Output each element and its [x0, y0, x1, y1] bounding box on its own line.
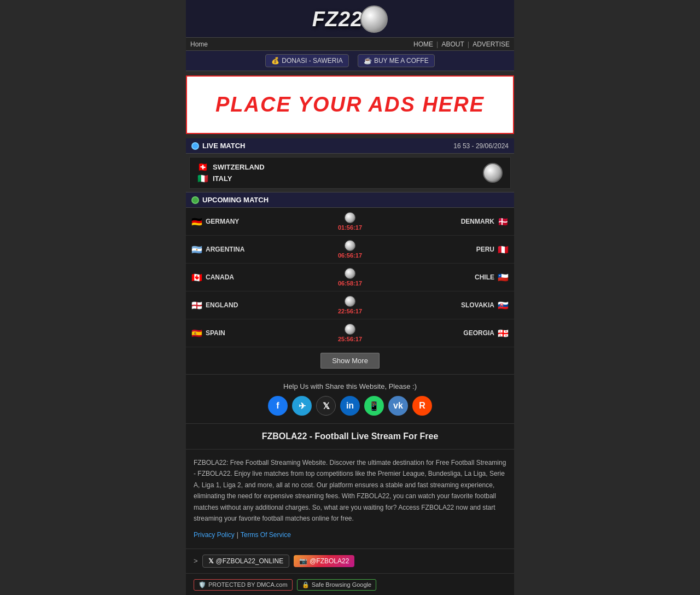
donasi-label: DONASI - SAWERIA: [282, 57, 343, 65]
peru-name: PERU: [476, 246, 494, 253]
nav-home[interactable]: HOME: [413, 40, 433, 48]
footer-social: > 𝕏 @FZBOLA22_ONLINE 📷 @FZBOLA22: [186, 549, 514, 574]
team-germany: 🇩🇪 GERMANY: [191, 218, 325, 225]
match-center-2: 06:56:17: [325, 240, 375, 259]
instagram-button[interactable]: 📷 @FZBOLA22: [294, 555, 354, 567]
match-center-1: 01:56:17: [325, 212, 375, 231]
footer-title: FZBOLA22 - Football Live Stream For Free: [186, 424, 514, 450]
upcoming-match-3[interactable]: 🇨🇦 CANADA 06:58:17 CHILE 🇨🇱: [186, 264, 514, 291]
ad-banner[interactable]: PLACE YOUR ADS HERE: [186, 75, 514, 134]
slovakia-flag: 🇸🇰: [498, 301, 509, 309]
twitter-label: @FZBOLA22_ONLINE: [216, 557, 284, 565]
donate-bar: 💰 DONASI - SAWERIA ☕ BUY ME A COFFE: [186, 51, 514, 71]
share-icons: f ✈ 𝕏 in 📱 vk R: [194, 396, 506, 416]
team-spain: 🇪🇸 SPAIN: [191, 329, 325, 337]
coffee-label: BUY ME A COFFE: [374, 57, 429, 65]
arrow-icon: >: [194, 557, 198, 565]
england-flag: 🏴󠁧󠁢󠁥󠁮󠁧󠁿: [191, 301, 202, 309]
live-icon: [191, 142, 199, 150]
upcoming-match-1[interactable]: 🇩🇪 GERMANY 01:56:17 DENMARK 🇩🇰: [186, 208, 514, 236]
share-twitter[interactable]: 𝕏: [316, 396, 336, 416]
share-telegram[interactable]: ✈: [292, 396, 312, 416]
match-timer-2: 06:56:17: [338, 252, 362, 259]
instagram-icon: 📷: [299, 557, 307, 565]
nav-about[interactable]: ABOUT: [441, 40, 464, 48]
share-facebook[interactable]: f: [268, 396, 288, 416]
coffee-icon: ☕: [364, 57, 372, 65]
match-teams: 🇨🇭 SWITZERLAND 🇮🇹 ITALY: [197, 163, 265, 183]
google-icon: 🔒: [302, 581, 310, 588]
team-georgia: GEORGIA 🇬🇪: [375, 329, 509, 337]
canada-flag: 🇨🇦: [191, 273, 202, 281]
dmca-badge: 🛡️ PROTECTED BY DMCA.com: [194, 579, 293, 591]
money-icon: 💰: [271, 57, 279, 65]
italy-flag: 🇮🇹: [197, 175, 208, 183]
share-reddit[interactable]: R: [412, 396, 432, 416]
match-timer-1: 01:56:17: [338, 224, 362, 231]
terms-of-service-link[interactable]: Terms Of Service: [241, 529, 291, 540]
live-match-card[interactable]: 🇨🇭 SWITZERLAND 🇮🇹 ITALY: [189, 157, 511, 189]
team-denmark: DENMARK 🇩🇰: [375, 218, 509, 225]
match-timer-5: 25:56:17: [338, 336, 362, 342]
team-row-2: 🇮🇹 ITALY: [197, 174, 265, 183]
team-chile: CHILE 🇨🇱: [375, 273, 509, 281]
germany-name: GERMANY: [206, 218, 239, 225]
logo-ball: [360, 5, 388, 33]
team1-name: SWITZERLAND: [213, 163, 265, 171]
shield-icon: 🛡️: [199, 581, 206, 588]
footer-desc-text: FZBOLA22: Free Football Streaming Websit…: [194, 457, 506, 524]
footer-badges: 🛡️ PROTECTED BY DMCA.com 🔒 Safe Browsing…: [186, 574, 514, 595]
team2-name: ITALY: [213, 174, 232, 183]
share-text: Help Us with Share this Website, Please …: [194, 382, 506, 390]
show-more-container: Show More: [186, 347, 514, 375]
twitter-button[interactable]: 𝕏 @FZBOLA22_ONLINE: [202, 555, 290, 568]
switzerland-flag: 🇨🇭: [197, 164, 208, 171]
upcoming-header: UPCOMING MATCH: [186, 192, 514, 208]
germany-flag: 🇩🇪: [191, 218, 202, 225]
logo-text: FZ22: [312, 8, 363, 31]
spain-flag: 🇪🇸: [191, 329, 202, 337]
match-ball-1: [345, 212, 355, 223]
share-vk[interactable]: vk: [388, 396, 408, 416]
live-match-ball: [483, 163, 503, 183]
team-slovakia: SLOVAKIA 🇸🇰: [375, 301, 509, 309]
match-center-5: 25:56:17: [325, 324, 375, 342]
ad-banner-text: PLACE YOUR ADS HERE: [203, 93, 497, 116]
argentina-flag: 🇦🇷: [191, 246, 202, 253]
denmark-name: DENMARK: [461, 218, 494, 225]
match-timer-3: 06:58:17: [338, 280, 362, 287]
google-label: Safe Browsing Google: [312, 581, 371, 588]
twitter-icon: 𝕏: [208, 557, 214, 565]
georgia-name: GEORGIA: [463, 329, 494, 337]
upcoming-match-2[interactable]: 🇦🇷 ARGENTINA 06:56:17 PERU 🇵🇪: [186, 236, 514, 264]
upcoming-match-4[interactable]: 🏴󠁧󠁢󠁥󠁮󠁧󠁿 ENGLAND 22:56:17 SLOVAKIA 🇸🇰: [186, 291, 514, 319]
privacy-policy-link[interactable]: Privacy Policy: [194, 529, 235, 540]
donasi-button[interactable]: 💰 DONASI - SAWERIA: [265, 54, 349, 67]
upcoming-icon: [191, 196, 199, 204]
share-linkedin[interactable]: in: [340, 396, 360, 416]
upcoming-match-5[interactable]: 🇪🇸 SPAIN 25:56:17 GEORGIA 🇬🇪: [186, 319, 514, 347]
coffee-button[interactable]: ☕ BUY ME A COFFE: [358, 54, 435, 67]
share-section: Help Us with Share this Website, Please …: [186, 375, 514, 424]
share-whatsapp[interactable]: 📱: [364, 396, 384, 416]
show-more-button[interactable]: Show More: [320, 353, 380, 369]
site-header: FZ22: [186, 0, 514, 37]
nav-advertise[interactable]: ADVERTISE: [472, 40, 510, 48]
dmca-label: PROTECTED BY DMCA.com: [208, 581, 288, 588]
team-canada: 🇨🇦 CANADA: [191, 273, 325, 281]
chile-name: CHILE: [475, 273, 494, 281]
team-row-1: 🇨🇭 SWITZERLAND: [197, 163, 265, 171]
match-center-3: 06:58:17: [325, 268, 375, 287]
footer-description: FZBOLA22: Free Football Streaming Websit…: [186, 450, 514, 549]
spain-name: SPAIN: [206, 329, 225, 337]
argentina-name: ARGENTINA: [206, 246, 244, 253]
slovakia-name: SLOVAKIA: [461, 301, 494, 309]
georgia-flag: 🇬🇪: [498, 329, 509, 337]
breadcrumb-home[interactable]: Home: [190, 40, 208, 48]
match-ball-3: [345, 268, 355, 279]
team-peru: PERU 🇵🇪: [375, 246, 509, 253]
nav-bar: Home HOME | ABOUT | ADVERTISE: [186, 37, 514, 51]
live-match-header: LIVE MATCH 16 53 - 29/06/2024: [186, 138, 514, 154]
match-ball-2: [345, 240, 355, 251]
match-timer-4: 22:56:17: [338, 308, 362, 314]
